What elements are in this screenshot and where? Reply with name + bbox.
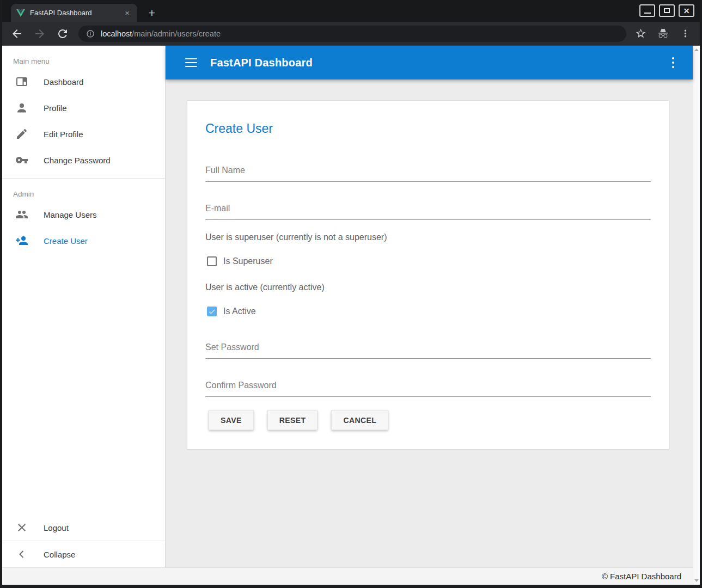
close-x-icon (15, 521, 28, 534)
tab-close-icon[interactable]: × (123, 8, 132, 18)
people-icon (15, 208, 28, 221)
full-name-label: Full Name (205, 166, 651, 175)
hamburger-menu-icon[interactable] (185, 58, 197, 68)
is-superuser-label[interactable]: Is Superuser (223, 256, 273, 266)
is-superuser-checkbox[interactable] (207, 256, 217, 266)
sidebar-item-change-password[interactable]: Change Password (2, 147, 165, 173)
cancel-button[interactable]: CANCEL (331, 410, 388, 430)
input-underline (205, 396, 651, 397)
toolbar-right (635, 28, 691, 39)
person-add-icon (15, 234, 28, 247)
tab-title: FastAPI Dashboard (30, 9, 123, 17)
tab-strip: FastAPI Dashboard × + ✕ (2, 0, 700, 22)
minimize-icon (644, 13, 651, 14)
sidebar-item-label: Collapse (44, 550, 75, 559)
maximize-icon (664, 8, 670, 13)
sidebar-item-logout[interactable]: Logout (2, 514, 165, 541)
window-controls: ✕ (639, 4, 694, 17)
sidebar-section-header-main: Main menu (2, 46, 165, 69)
page-footer: © FastAPI Dashboard (2, 567, 693, 585)
sidebar-item-label: Profile (44, 103, 67, 113)
set-password-field[interactable]: Set Password (205, 342, 651, 359)
app-bar: FastAPI Dashboard (166, 46, 693, 79)
check-icon (208, 308, 216, 316)
sidebar-item-label: Create User (44, 236, 88, 246)
reset-button[interactable]: RESET (267, 410, 318, 430)
sidebar-item-label: Manage Users (44, 210, 97, 219)
minimize-button[interactable] (639, 4, 655, 17)
sidebar-item-profile[interactable]: Profile (2, 95, 165, 121)
bookmark-star-icon[interactable] (635, 28, 646, 39)
forward-icon (33, 27, 46, 40)
sidebar-item-label: Edit Profile (44, 130, 83, 139)
content-area: Create User Full Name E-mail User is sup… (166, 79, 693, 567)
sidebar-item-label: Dashboard (44, 77, 83, 87)
appbar-kebab-menu-icon[interactable] (672, 57, 675, 69)
copyright-text: © FastAPI Dashboard (602, 572, 681, 581)
sidebar-item-create-user[interactable]: Create User (2, 228, 165, 254)
person-icon (15, 101, 28, 114)
is-superuser-row: Is Superuser (205, 256, 651, 266)
browser-toolbar: localhost/main/admin/users/create (2, 22, 700, 46)
scroll-down-arrow-icon[interactable] (694, 579, 699, 582)
sidebar-spacer (2, 254, 165, 514)
is-active-label[interactable]: Is Active (223, 307, 256, 316)
forward-button[interactable] (33, 27, 46, 40)
maximize-button[interactable] (659, 4, 675, 17)
close-icon: ✕ (683, 7, 690, 15)
app-title: FastAPI Dashboard (210, 57, 313, 69)
email-label: E-mail (205, 204, 651, 213)
info-icon[interactable] (86, 29, 95, 38)
email-field[interactable]: E-mail (205, 204, 651, 220)
is-active-row: Is Active (205, 307, 651, 316)
input-underline (205, 358, 651, 359)
sidebar-section-header-admin: Admin (2, 179, 165, 201)
web-page: Main menu Dashboard Profile (2, 46, 700, 585)
back-button[interactable] (10, 27, 23, 40)
browser-window: FastAPI Dashboard × + ✕ localhost/main/a… (0, 0, 702, 588)
form-buttons: SAVE RESET CANCEL (209, 410, 651, 430)
dashboard-icon (15, 75, 28, 88)
input-underline (205, 181, 651, 182)
address-bar[interactable]: localhost/main/admin/users/create (78, 26, 626, 42)
scroll-up-arrow-icon[interactable] (694, 48, 699, 51)
is-active-checkbox[interactable] (207, 307, 217, 316)
browser-tab[interactable]: FastAPI Dashboard × (11, 4, 137, 22)
confirm-password-label: Confirm Password (205, 381, 651, 390)
main-area: FastAPI Dashboard Create User Full Name … (166, 46, 693, 567)
page-scrollbar[interactable] (693, 46, 700, 585)
sidebar-item-label: Logout (44, 523, 69, 532)
pencil-icon (15, 127, 28, 140)
reload-button[interactable] (56, 27, 69, 40)
create-user-card: Create User Full Name E-mail User is sup… (187, 100, 669, 450)
url-host: localhost (101, 29, 132, 38)
key-icon (15, 154, 28, 167)
save-button[interactable]: SAVE (209, 410, 254, 430)
new-tab-button[interactable]: + (145, 6, 159, 20)
kebab-menu-icon[interactable] (680, 28, 691, 39)
chevron-left-icon (15, 548, 28, 561)
sidebar-item-dashboard[interactable]: Dashboard (2, 69, 165, 95)
input-underline (205, 219, 651, 220)
sidebar-item-collapse[interactable]: Collapse (2, 541, 165, 567)
sidebar: Main menu Dashboard Profile (2, 46, 166, 567)
sidebar-item-manage-users[interactable]: Manage Users (2, 201, 165, 228)
set-password-label: Set Password (205, 342, 651, 352)
sidebar-item-edit-profile[interactable]: Edit Profile (2, 121, 165, 147)
full-name-field[interactable]: Full Name (205, 166, 651, 182)
active-hint: User is active (currently active) (205, 283, 651, 292)
sidebar-item-label: Change Password (44, 156, 111, 165)
url-path: /main/admin/users/create (132, 29, 221, 38)
close-window-button[interactable]: ✕ (679, 4, 694, 17)
vue-logo-icon (16, 9, 25, 17)
confirm-password-field[interactable]: Confirm Password (205, 381, 651, 397)
page-title: Create User (205, 101, 651, 136)
superuser-hint: User is superuser (currently is not a su… (205, 232, 651, 242)
reload-icon (56, 27, 69, 40)
incognito-icon[interactable] (657, 28, 669, 39)
back-icon (10, 27, 23, 40)
